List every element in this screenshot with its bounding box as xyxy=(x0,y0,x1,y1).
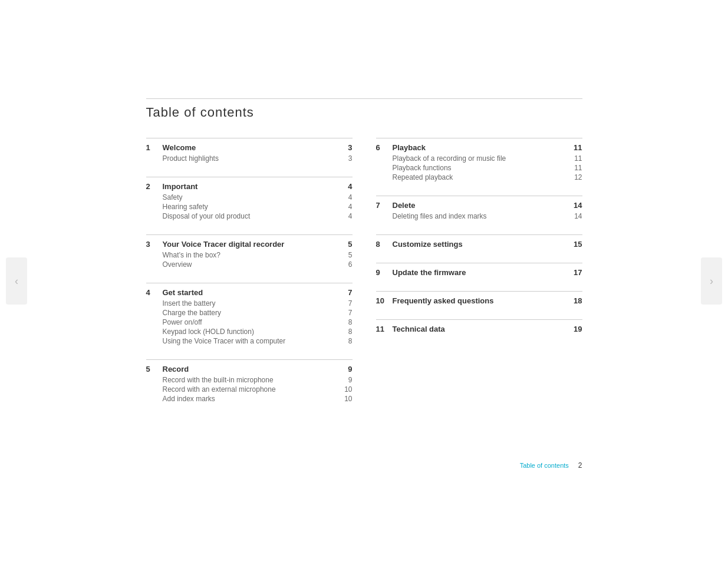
section-title: Playback xyxy=(393,143,571,152)
toc-section: 3Your Voice Tracer digital recorder5What… xyxy=(146,234,353,269)
subsection-row[interactable]: Keypad lock (HOLD function)8 xyxy=(146,328,353,336)
section-page: 9 xyxy=(341,365,353,373)
subsection-row[interactable]: Playback functions11 xyxy=(376,164,582,172)
subsection-row[interactable]: Using the Voice Tracer with a computer8 xyxy=(146,337,353,345)
subsection-page: 3 xyxy=(341,154,353,163)
section-title: Get started xyxy=(163,288,341,297)
section-rule xyxy=(376,138,582,138)
toc-section: 2Important4Safety4Hearing safety4Disposa… xyxy=(146,177,353,220)
section-rule xyxy=(376,196,582,196)
toc-section: 9Update the firmware17 xyxy=(376,263,582,277)
subsection-title: Disposal of your old product xyxy=(163,212,341,220)
subsection-title: Power on/off xyxy=(163,318,341,326)
toc-section: 6Playback11Playback of a recording or mu… xyxy=(376,138,582,181)
section-header[interactable]: 5Record9 xyxy=(146,365,353,373)
subsection-title: Hearing safety xyxy=(163,203,341,211)
subsection-row[interactable]: Insert the battery7 xyxy=(146,299,353,308)
subsection-title: Playback of a recording or music file xyxy=(393,154,571,163)
section-page: 14 xyxy=(571,201,582,210)
subsection-row[interactable]: Power on/off8 xyxy=(146,318,353,326)
section-header[interactable]: 10Frequently asked questions18 xyxy=(376,296,582,305)
section-header[interactable]: 1Welcome3 xyxy=(146,143,353,152)
subsection-title: Using the Voice Tracer with a computer xyxy=(163,337,341,345)
subsection-title: Keypad lock (HOLD function) xyxy=(163,328,341,336)
subsection-title: Product highlights xyxy=(163,154,341,163)
subsection-row[interactable]: Record with an external microphone10 xyxy=(146,385,353,394)
section-rule xyxy=(376,263,582,263)
section-rule xyxy=(376,234,582,235)
section-number: 1 xyxy=(146,143,163,152)
subsection-row[interactable]: Playback of a recording or music file11 xyxy=(376,154,582,163)
section-rule xyxy=(146,359,353,360)
section-rule xyxy=(146,138,353,138)
section-number: 6 xyxy=(376,143,393,152)
subsection-title: Deleting files and index marks xyxy=(393,212,571,220)
subsection-page: 6 xyxy=(341,260,353,269)
section-header[interactable]: 11Technical data19 xyxy=(376,325,582,333)
subsection-row[interactable]: Disposal of your old product4 xyxy=(146,212,353,220)
section-header[interactable]: 6Playback11 xyxy=(376,143,582,152)
section-title: Delete xyxy=(393,201,571,210)
section-number: 7 xyxy=(376,201,393,210)
toc-section: 11Technical data19 xyxy=(376,319,582,333)
section-number: 3 xyxy=(146,240,163,249)
section-header[interactable]: 4Get started7 xyxy=(146,288,353,297)
toc-section: 8Customize settings15 xyxy=(376,234,582,249)
left-arrow-icon: ‹ xyxy=(15,275,18,287)
subsection-page: 5 xyxy=(341,251,353,259)
section-page: 19 xyxy=(571,325,582,333)
next-page-button[interactable]: › xyxy=(701,257,722,305)
subsection-page: 4 xyxy=(341,212,353,220)
toc-left-column: 1Welcome3Product highlights32Important4S… xyxy=(146,138,353,417)
toc-section: 4Get started7Insert the battery7Charge t… xyxy=(146,283,353,345)
subsection-page: 11 xyxy=(571,164,582,172)
right-arrow-icon: › xyxy=(710,275,713,287)
section-header[interactable]: 9Update the firmware17 xyxy=(376,268,582,277)
toc-section: 7Delete14Deleting files and index marks1… xyxy=(376,196,582,220)
section-title: Welcome xyxy=(163,143,341,152)
section-number: 4 xyxy=(146,288,163,297)
section-header[interactable]: 2Important4 xyxy=(146,182,353,191)
section-title: Update the firmware xyxy=(393,268,571,277)
subsection-row[interactable]: What’s in the box?5 xyxy=(146,251,353,259)
section-title: Record xyxy=(163,365,341,373)
subsection-page: 7 xyxy=(341,299,353,308)
toc-section: 1Welcome3Product highlights3 xyxy=(146,138,353,163)
section-page: 4 xyxy=(341,182,353,191)
subsection-page: 14 xyxy=(571,212,582,220)
toc-right-column: 6Playback11Playback of a recording or mu… xyxy=(376,138,582,417)
subsection-row[interactable]: Add index marks10 xyxy=(146,395,353,403)
section-number: 5 xyxy=(146,365,163,373)
section-rule xyxy=(146,234,353,235)
section-page: 3 xyxy=(341,143,353,152)
toc-section: 10Frequently asked questions18 xyxy=(376,291,582,305)
subsection-row[interactable]: Repeated playback12 xyxy=(376,173,582,181)
subsection-title: Record with the built-in microphone xyxy=(163,376,341,384)
section-rule xyxy=(146,283,353,283)
section-number: 8 xyxy=(376,240,393,249)
subsection-title: Repeated playback xyxy=(393,173,571,181)
section-header[interactable]: 7Delete14 xyxy=(376,201,582,210)
subsection-row[interactable]: Product highlights3 xyxy=(146,154,353,163)
subsection-row[interactable]: Hearing safety4 xyxy=(146,203,353,211)
section-header[interactable]: 3Your Voice Tracer digital recorder5 xyxy=(146,240,353,249)
section-page: 7 xyxy=(341,288,353,297)
footer-page-number: 2 xyxy=(578,461,582,470)
section-rule xyxy=(146,177,353,177)
subsection-page: 9 xyxy=(341,376,353,384)
footer: Table of contents 2 xyxy=(520,461,582,470)
section-page: 17 xyxy=(571,268,582,277)
section-header[interactable]: 8Customize settings15 xyxy=(376,240,582,249)
section-number: 10 xyxy=(376,296,393,305)
subsection-row[interactable]: Record with the built-in microphone9 xyxy=(146,376,353,384)
subsection-title: Charge the battery xyxy=(163,309,341,317)
section-title: Frequently asked questions xyxy=(393,296,571,305)
page-container: ‹ › Table of contents 1Welcome3Product h… xyxy=(0,0,728,562)
subsection-row[interactable]: Overview6 xyxy=(146,260,353,269)
page-title: Table of contents xyxy=(146,105,582,120)
section-title: Technical data xyxy=(393,325,571,333)
subsection-row[interactable]: Deleting files and index marks14 xyxy=(376,212,582,220)
prev-page-button[interactable]: ‹ xyxy=(6,257,27,305)
subsection-row[interactable]: Charge the battery7 xyxy=(146,309,353,317)
subsection-row[interactable]: Safety4 xyxy=(146,193,353,201)
